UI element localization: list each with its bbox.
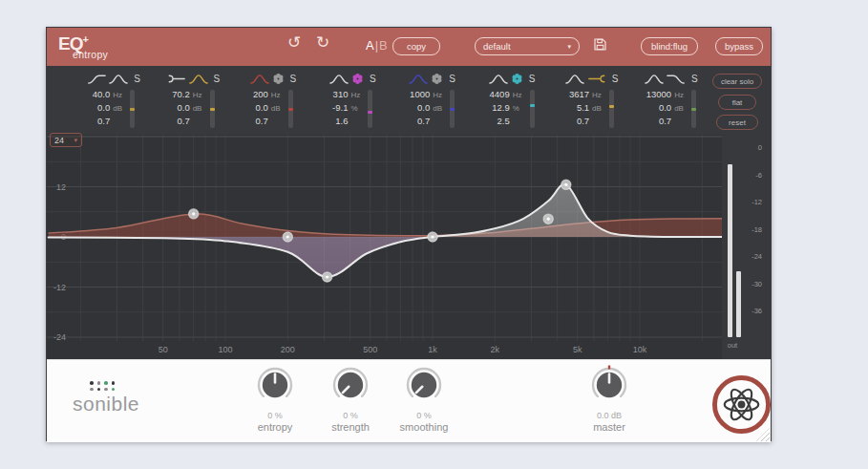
band-gain-value[interactable]: -9.1 <box>332 102 348 113</box>
band-gain-slider[interactable] <box>288 90 293 128</box>
bell-icon[interactable] <box>189 73 208 85</box>
solo-button[interactable]: S <box>691 74 698 84</box>
band-freq-value[interactable]: 13000 <box>646 89 671 99</box>
band-gain-slider[interactable] <box>130 90 135 128</box>
band-freq-value[interactable]: 70.2 <box>172 89 190 99</box>
band-gain-slider[interactable] <box>609 90 614 128</box>
ab-compare-toggle[interactable]: A|B <box>366 38 388 53</box>
bell-icon[interactable] <box>565 73 584 85</box>
entropy-atom-logo <box>711 374 772 438</box>
eq-curve-graph[interactable]: 501002005001k2k5k10k120-12-24 <box>47 135 722 359</box>
band-values: 200Hz0.0dB0.7 <box>253 89 293 128</box>
solo-button[interactable]: S <box>370 74 376 84</box>
solo-button[interactable]: S <box>529 74 536 84</box>
knob-master: 0.0 dBmaster <box>563 364 655 433</box>
x-axis-tick-label: 5k <box>573 345 582 354</box>
eq-band-2: S70.2Hz0.0dB0.7 <box>155 71 231 132</box>
undo-icon[interactable]: ↺ <box>287 34 301 51</box>
smart-filter-icon[interactable] <box>431 73 443 85</box>
logo-dot <box>112 381 116 385</box>
band-handle[interactable] <box>561 180 571 189</box>
bell-icon[interactable] <box>250 73 269 85</box>
smart-filter-icon[interactable] <box>272 73 285 85</box>
band-values: 13000Hz0.0dB0.7 <box>646 89 696 128</box>
solo-button[interactable]: S <box>612 74 619 84</box>
save-preset-button[interactable] <box>593 37 607 54</box>
reset-button[interactable]: reset <box>716 115 758 130</box>
highpass-icon[interactable] <box>87 73 106 85</box>
smoothing-knob[interactable] <box>403 364 445 406</box>
band-gain-value[interactable]: 0.0 <box>93 102 111 113</box>
highshelf-icon[interactable] <box>587 73 606 85</box>
lowpass-icon[interactable] <box>667 73 686 85</box>
band-q-value[interactable]: 0.7 <box>253 116 268 126</box>
blindflug-button[interactable]: blind:flug <box>641 37 698 55</box>
x-axis-tick-label: 2k <box>491 345 500 354</box>
preset-dropdown[interactable]: default ▾ <box>475 37 580 55</box>
band-q-value[interactable]: 0.7 <box>93 116 111 126</box>
band-handle[interactable] <box>322 272 331 282</box>
bell-icon[interactable] <box>409 73 428 85</box>
band-freq-value[interactable]: 200 <box>253 89 268 99</box>
knob-smoothing: 0 %smoothing <box>378 364 470 433</box>
x-axis-tick-label: 500 <box>363 345 377 354</box>
master-knob[interactable] <box>588 364 630 406</box>
smart-filter-icon[interactable] <box>351 73 364 85</box>
band-gain-slider[interactable] <box>368 90 372 128</box>
band-freq-value[interactable]: 1000 <box>410 89 430 99</box>
band-gain-value[interactable]: 12.9 <box>490 102 510 113</box>
band-q-value[interactable]: 0.7 <box>410 116 430 126</box>
strength-knob[interactable] <box>329 364 371 406</box>
band-handle[interactable] <box>543 214 553 224</box>
band-gain-value[interactable]: 0.0 <box>646 102 671 113</box>
band-type-icons: S <box>489 71 536 86</box>
ab-state-b[interactable]: B <box>379 38 388 53</box>
solo-button[interactable]: S <box>214 74 221 84</box>
band-freq-value[interactable]: 40.0 <box>93 89 111 99</box>
bell-icon[interactable] <box>645 73 664 85</box>
band-q-value[interactable]: 1.6 <box>332 116 348 126</box>
entropy-knob[interactable] <box>254 364 296 406</box>
band-handle[interactable] <box>428 232 437 242</box>
band-type-icons: S <box>565 71 619 86</box>
band-gain-value[interactable]: 0.0 <box>172 102 190 113</box>
band-gain-slider[interactable] <box>450 90 455 128</box>
band-gain-value[interactable]: 0.0 <box>253 102 268 113</box>
band-handle[interactable] <box>283 232 292 242</box>
band-q-value[interactable]: 0.7 <box>646 116 671 126</box>
solo-button[interactable]: S <box>290 74 297 84</box>
redo-icon[interactable]: ↻ <box>316 34 329 51</box>
bell-icon[interactable] <box>109 73 128 85</box>
band-handle[interactable] <box>189 209 199 219</box>
bell-icon[interactable] <box>489 73 508 85</box>
atom-icon <box>711 374 772 435</box>
band-gain-slider[interactable] <box>691 90 696 128</box>
copy-button[interactable]: copy <box>392 37 440 55</box>
band-gain-slider[interactable] <box>530 90 535 128</box>
ab-state-a[interactable]: A <box>366 38 374 53</box>
logo-dot <box>104 381 108 385</box>
band-freq-value[interactable]: 310 <box>332 89 348 99</box>
band-q-value[interactable]: 0.7 <box>172 116 190 126</box>
eq-band-5: S1000Hz0.0dB0.7 <box>394 71 471 132</box>
band-q-value[interactable]: 0.7 <box>569 116 589 126</box>
flat-button[interactable]: flat <box>718 95 756 110</box>
band-freq-value[interactable]: 3617 <box>569 89 589 99</box>
x-axis-tick-label: 100 <box>218 345 232 354</box>
logo-dot <box>112 388 116 392</box>
solo-button[interactable]: S <box>449 74 455 84</box>
lowshelf-icon[interactable] <box>167 73 186 85</box>
band-freq-value[interactable]: 4409 <box>490 89 510 99</box>
band-q-value[interactable]: 2.5 <box>490 116 510 126</box>
band-gain-value[interactable]: 0.0 <box>410 102 430 113</box>
smart-filter-icon[interactable] <box>511 73 523 85</box>
solo-button[interactable]: S <box>134 74 140 84</box>
band-gain-value[interactable]: 5.1 <box>569 102 589 113</box>
band-gain-value-unit: dB <box>674 103 687 114</box>
bell-icon[interactable] <box>329 73 349 85</box>
band-gain-slider[interactable] <box>210 90 215 128</box>
band-values: 40.0Hz0.0dB0.7 <box>93 89 136 128</box>
bypass-button[interactable]: bypass <box>715 37 763 55</box>
clear-solo-button[interactable]: clear solo <box>712 74 762 89</box>
db-range-dropdown[interactable]: 24 ▾ <box>50 133 82 147</box>
